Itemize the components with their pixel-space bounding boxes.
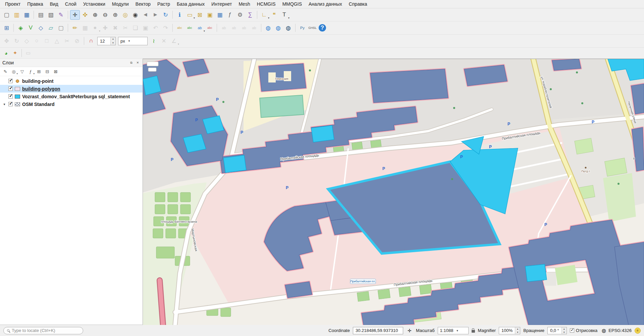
simplify-feature-icon[interactable]: ◇	[22, 36, 32, 46]
deselect-features-icon[interactable]: ⊠	[195, 10, 205, 20]
pan-to-selection-icon[interactable]: ✜	[80, 10, 90, 20]
menu-item[interactable]: Вид	[47, 1, 61, 7]
layer-visibility-checkbox[interactable]	[8, 87, 13, 91]
add-part-icon[interactable]: □	[42, 36, 52, 46]
zoom-to-layer-icon[interactable]: ◉	[130, 10, 140, 20]
locate-search-input[interactable]: Type to locate (Ctrl+K)	[3, 327, 83, 334]
layer-row-building-polygon[interactable]: building-polygon	[0, 85, 143, 93]
change-label-icon[interactable]: ab	[249, 23, 259, 33]
spin-down-icon[interactable]	[111, 41, 115, 45]
rotate-label-icon[interactable]: ab	[239, 23, 249, 33]
redo-icon[interactable]: ↷	[161, 23, 170, 33]
plugin-search-icon[interactable]: ◕	[2, 49, 10, 57]
field-calculator-icon[interactable]: ƒ	[225, 10, 235, 20]
manage-map-themes-icon[interactable]: ◎	[10, 68, 17, 75]
python-console-icon[interactable]: Py	[298, 23, 307, 33]
spinbox-arrows[interactable]	[515, 327, 520, 334]
spinbox-arrows[interactable]	[561, 327, 567, 334]
statistics-icon[interactable]: ∑	[245, 10, 255, 20]
highlight-pinned-labels-icon[interactable]: ab	[219, 23, 229, 33]
identify-features-icon[interactable]: ℹ	[175, 10, 184, 20]
options-icon[interactable]: ⚙	[235, 10, 245, 20]
spin-down-icon[interactable]	[515, 331, 520, 334]
quickmapservices-icon[interactable]: ✦	[11, 49, 19, 57]
metasearch-icon[interactable]: ◍	[263, 23, 273, 33]
menu-item[interactable]: Установки	[80, 1, 108, 7]
menu-item[interactable]: Проект	[2, 1, 23, 7]
layer-row-vozrast-domov[interactable]: Vozrast_domov_SanktPeterburga sql_statem…	[0, 93, 143, 100]
cut-features-icon[interactable]: ✂	[120, 23, 130, 33]
menu-item[interactable]: База данных	[174, 1, 208, 7]
help-icon[interactable]: ?	[319, 24, 326, 32]
layer-visibility-checkbox[interactable]	[8, 94, 13, 99]
expand-all-icon[interactable]: ⊞	[35, 68, 43, 75]
labeling-options-icon[interactable]: ab	[195, 23, 205, 33]
select-by-form-icon[interactable]: ▣	[205, 10, 215, 20]
render-checkbox[interactable]	[570, 328, 574, 333]
menu-item[interactable]: Правка	[24, 1, 46, 7]
enable-snapping-icon[interactable]: ∩	[86, 36, 96, 46]
menu-item[interactable]: HCMGIS	[254, 1, 279, 7]
spin-up-icon[interactable]	[515, 327, 520, 331]
zoom-to-selection-icon[interactable]: ◎	[120, 10, 130, 20]
move-label-icon[interactable]: ab	[229, 23, 239, 33]
attribute-table-icon[interactable]: ▦	[215, 10, 225, 20]
delete-selected-icon[interactable]: ✖	[110, 23, 120, 33]
map-canvas[interactable]: Мартыновская Прибалтийская площадь Приба…	[143, 59, 644, 325]
vertex-tool-icon[interactable]: ✚	[100, 23, 110, 33]
layer-expander-icon[interactable]	[2, 103, 6, 106]
new-geopackage-icon[interactable]: ◈	[16, 23, 25, 33]
data-source-manager-icon[interactable]: ⊞	[2, 23, 11, 33]
menu-item[interactable]: Слой	[62, 1, 79, 7]
text-annotation-icon[interactable]: T	[279, 10, 289, 20]
undo-icon[interactable]: ↶	[151, 23, 160, 33]
layer-diagram-icon[interactable]: abc	[185, 23, 195, 33]
coordinate-input[interactable]: 30.218486,59.937310	[353, 327, 403, 334]
menu-item[interactable]: MMQGIS	[279, 1, 305, 7]
layer-labeling-icon[interactable]: abc	[175, 23, 184, 33]
layer-row-building-point[interactable]: building-point	[0, 77, 143, 85]
menu-item[interactable]: Справка	[346, 1, 370, 7]
enable-tracing-icon[interactable]: ≀	[149, 36, 159, 46]
angle-constraint-icon[interactable]: ∠	[169, 36, 179, 46]
merge-features-icon[interactable]: ⊘	[72, 36, 82, 46]
spinbox-arrows[interactable]	[110, 37, 115, 45]
layer-visibility-checkbox[interactable]	[8, 102, 13, 106]
pin-labels-icon[interactable]: abc	[205, 23, 215, 33]
split-features-icon[interactable]: ✂	[62, 36, 72, 46]
digitize-icon[interactable]: ●	[90, 23, 100, 33]
spin-down-icon[interactable]	[562, 331, 567, 334]
layer-row-osm-standard[interactable]: OSM Standard	[0, 100, 143, 108]
menu-item[interactable]: Анализ данных	[306, 1, 345, 7]
zoom-full-icon[interactable]: ⊛	[110, 10, 120, 20]
copy-features-icon[interactable]: ❏	[130, 23, 140, 33]
reshape-features-icon[interactable]: △	[52, 36, 62, 46]
open-project-icon[interactable]: ▥	[12, 10, 21, 20]
new-shapefile-icon[interactable]: V	[26, 23, 36, 33]
save-project-icon[interactable]: ▦	[22, 10, 32, 20]
filter-expression-icon[interactable]: ƒ	[27, 68, 34, 75]
zoom-out-icon[interactable]: ⊖	[100, 10, 110, 20]
globe-dark-icon[interactable]: ◍	[283, 23, 293, 33]
pan-map-icon[interactable]: ✛	[70, 10, 80, 20]
menu-item[interactable]: Mesh	[235, 1, 253, 7]
remove-layer-icon[interactable]: ⊠	[52, 68, 59, 75]
extent-toggle-icon[interactable]	[406, 327, 413, 334]
new-mesh-layer-icon[interactable]: ▱	[46, 23, 56, 33]
panel-float-button[interactable]	[129, 60, 134, 65]
scale-lock-icon[interactable]	[472, 330, 475, 333]
map-tips-icon[interactable]: ❝	[269, 10, 279, 20]
menu-item[interactable]: Растр	[154, 1, 173, 7]
measure-icon[interactable]: ∟	[259, 10, 269, 20]
new-print-layout-icon[interactable]: ▤	[36, 10, 46, 20]
rotate-feature-icon[interactable]: ↻	[12, 36, 21, 46]
new-virtual-layer-icon[interactable]: ◇	[36, 23, 46, 33]
style-manager-icon[interactable]: ✎	[56, 10, 66, 20]
layer-visibility-checkbox[interactable]	[8, 79, 13, 83]
ghsl-icon[interactable]: GHSL	[308, 23, 317, 33]
open-layer-styling-icon[interactable]: ✎	[2, 68, 9, 75]
avoid-intersections-icon[interactable]: ✕	[159, 36, 169, 46]
save-edits-icon[interactable]: ▦	[80, 23, 90, 33]
spin-up-icon[interactable]	[562, 327, 567, 331]
refresh-map-icon[interactable]: ↻	[161, 10, 170, 20]
